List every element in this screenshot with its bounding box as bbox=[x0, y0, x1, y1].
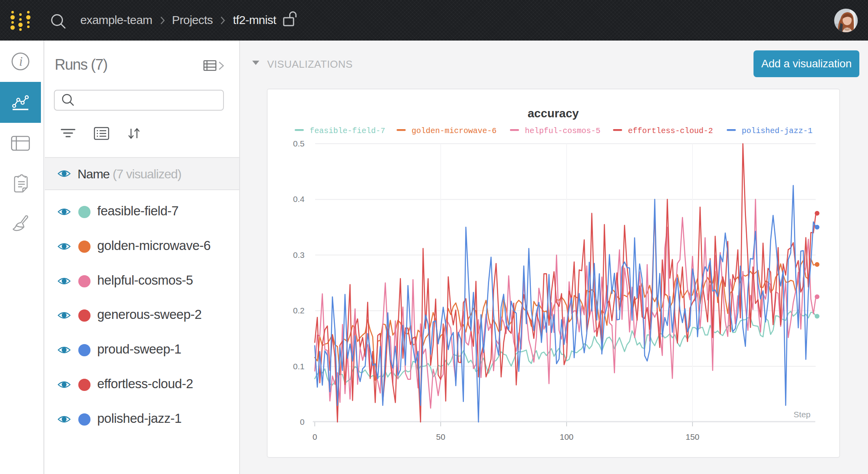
svg-text:0.2: 0.2 bbox=[293, 306, 305, 315]
svg-text:150: 150 bbox=[685, 432, 699, 441]
svg-text:Step: Step bbox=[794, 410, 811, 419]
svg-text:accuracy: accuracy bbox=[528, 107, 579, 120]
svg-text:0: 0 bbox=[300, 417, 305, 426]
svg-text:0.1: 0.1 bbox=[293, 362, 305, 371]
svg-text:0.4: 0.4 bbox=[293, 194, 305, 204]
svg-text:helpful-cosmos-5: helpful-cosmos-5 bbox=[525, 126, 600, 135]
svg-text:0.3: 0.3 bbox=[293, 250, 305, 259]
svg-text:50: 50 bbox=[436, 432, 445, 441]
svg-text:0.5: 0.5 bbox=[293, 139, 305, 148]
svg-text:golden-microwave-6: golden-microwave-6 bbox=[412, 126, 497, 135]
svg-text:feasible-field-7: feasible-field-7 bbox=[310, 126, 385, 135]
svg-text:polished-jazz-1: polished-jazz-1 bbox=[742, 126, 813, 135]
svg-text:0: 0 bbox=[312, 432, 317, 441]
svg-text:effortless-cloud-2: effortless-cloud-2 bbox=[628, 126, 713, 135]
svg-text:100: 100 bbox=[560, 432, 573, 441]
